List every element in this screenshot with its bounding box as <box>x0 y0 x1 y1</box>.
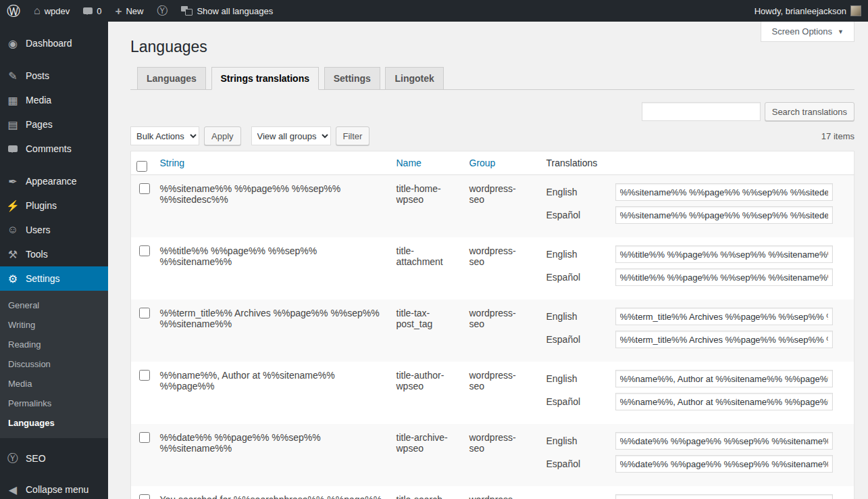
string-cell: %%name%%, Author at %%sitename%% %%page%… <box>153 362 390 424</box>
translation-input-espanol[interactable] <box>615 331 833 348</box>
row-checkbox[interactable] <box>139 245 150 256</box>
column-header-string[interactable]: String <box>153 151 390 175</box>
string-cell: %%title%% %%page%% %%sep%% %%sitename%% <box>153 237 390 300</box>
tab-settings[interactable]: Settings <box>324 67 380 90</box>
table-row: You searched for %%searchphrase%% %%page… <box>131 486 854 499</box>
group-cell: wordpress-seo <box>463 237 533 300</box>
sidebar-item-plugins[interactable]: ⚡ Plugins <box>0 193 108 218</box>
group-cell: wordpress-seo <box>463 300 533 362</box>
submenu-item-media[interactable]: Media <box>0 374 108 394</box>
strings-translations-table: String Name Group Translations %%sitenam… <box>130 151 854 499</box>
column-header-group[interactable]: Group <box>463 151 533 175</box>
collapse-arrow-icon: ◀ <box>6 483 20 496</box>
tab-languages[interactable]: Languages <box>137 67 206 90</box>
string-cell: %%date%% %%page%% %%sep%% %%sitename%% <box>153 424 390 486</box>
wp-logo-menu[interactable]: Ⓦ <box>0 0 27 22</box>
sidebar-item-media[interactable]: ▦ Media <box>0 88 108 112</box>
comments-menu[interactable]: 0 <box>76 0 108 22</box>
sidebar-item-label: Comments <box>26 143 72 154</box>
sidebar-item-label: Appearance <box>26 176 77 187</box>
apply-button[interactable]: Apply <box>204 126 241 145</box>
settings-icon: ⚙ <box>6 272 20 285</box>
site-name-menu[interactable]: ⌂ wpdev <box>27 0 76 22</box>
admin-sidebar: ◉ Dashboard ✎ Posts ▦ Media ▤ Pages Comm… <box>0 22 108 499</box>
menu-separator <box>0 161 108 169</box>
sidebar-item-tools[interactable]: ⚒ Tools <box>0 242 108 266</box>
new-label: New <box>126 6 143 16</box>
translation-input-espanol[interactable] <box>615 206 833 224</box>
translation-language-label: English <box>546 187 615 197</box>
submenu-item-languages[interactable]: Languages <box>0 413 108 433</box>
appearance-icon: ✒ <box>6 175 20 188</box>
tab-strings-translations[interactable]: Strings translations <box>211 67 319 90</box>
tab-lingotek[interactable]: Lingotek <box>385 67 443 90</box>
posts-icon: ✎ <box>6 70 20 82</box>
language-switcher-menu[interactable]: Show all languages <box>174 0 280 22</box>
account-menu[interactable]: Howdy, brianleejackson <box>748 0 868 22</box>
group-cell: wordpress-seo <box>463 486 533 499</box>
bulk-actions-select[interactable]: Bulk Actions <box>130 126 199 145</box>
select-all-checkbox[interactable] <box>136 161 147 172</box>
tab-bar: Languages Strings translations Settings … <box>130 67 854 90</box>
sidebar-item-label: Pages <box>26 119 53 130</box>
row-checkbox[interactable] <box>139 308 150 318</box>
translation-input-english[interactable] <box>615 183 833 201</box>
new-content-menu[interactable]: + New <box>108 0 150 22</box>
translation-input-espanol[interactable] <box>615 455 833 473</box>
plus-icon: + <box>115 5 122 17</box>
translations-cell: English Español <box>533 237 854 300</box>
row-checkbox[interactable] <box>139 183 150 194</box>
table-row: %%term_title%% Archives %%page%% %%sep%%… <box>131 300 854 362</box>
sidebar-item-users[interactable]: ☺ Users <box>0 218 108 242</box>
translation-input-english[interactable] <box>615 432 833 450</box>
translation-icon <box>181 6 193 16</box>
sidebar-item-pages[interactable]: ▤ Pages <box>0 112 108 137</box>
media-icon: ▦ <box>6 94 20 107</box>
row-checkbox[interactable] <box>139 432 150 443</box>
group-filter-select[interactable]: View all groups <box>251 126 331 145</box>
submenu-item-writing[interactable]: Writing <box>0 315 108 335</box>
sidebar-item-settings[interactable]: ⚙ Settings <box>0 266 108 291</box>
site-name-label: wpdev <box>45 6 70 16</box>
name-cell: title-archive-wpseo <box>390 424 463 486</box>
sidebar-item-posts[interactable]: ✎ Posts <box>0 64 108 88</box>
screen-options-button[interactable]: Screen Options ▼ <box>761 22 854 42</box>
row-checkbox[interactable] <box>139 494 150 499</box>
sidebar-item-appearance[interactable]: ✒ Appearance <box>0 169 108 193</box>
translation-input-english[interactable] <box>615 494 833 499</box>
submenu-item-permalinks[interactable]: Permalinks <box>0 394 108 413</box>
submenu-item-reading[interactable]: Reading <box>0 335 108 354</box>
dashboard-icon: ◉ <box>6 37 20 50</box>
submenu-item-discussion[interactable]: Discussion <box>0 354 108 374</box>
show-all-languages-label: Show all languages <box>197 6 273 16</box>
column-header-name[interactable]: Name <box>390 151 463 175</box>
row-checkbox[interactable] <box>139 370 150 381</box>
translation-input-english[interactable] <box>615 370 833 387</box>
translation-language-label: Español <box>546 210 615 220</box>
submenu-item-general[interactable]: General <box>0 295 108 315</box>
sidebar-item-comments[interactable]: Comments <box>0 137 108 161</box>
sidebar-item-label: SEO <box>26 453 46 464</box>
collapse-menu-button[interactable]: ◀ Collapse menu <box>0 477 108 499</box>
yoast-seo-menu[interactable]: Ⓨ <box>150 0 174 22</box>
menu-separator <box>0 438 108 446</box>
translations-cell: English Español <box>533 362 854 424</box>
name-cell: title-author-wpseo <box>390 362 463 424</box>
sidebar-item-seo[interactable]: Ⓨ SEO <box>0 446 108 471</box>
menu-separator <box>0 55 108 64</box>
translation-input-english[interactable] <box>615 308 833 325</box>
search-translations-button[interactable]: Search translations <box>765 102 854 121</box>
howdy-label: Howdy, brianleejackson <box>755 6 846 16</box>
translation-language-label: English <box>546 435 615 446</box>
sidebar-item-dashboard[interactable]: ◉ Dashboard <box>0 31 108 55</box>
string-cell: %%term_title%% Archives %%page%% %%sep%%… <box>153 300 390 362</box>
filter-button[interactable]: Filter <box>336 126 370 145</box>
table-toolbar: Bulk Actions Apply View all groups Filte… <box>130 126 854 145</box>
translations-cell: English Español <box>533 175 854 238</box>
translation-input-espanol[interactable] <box>615 268 833 286</box>
table-row: %%sitename%% %%page%% %%sep%% %%sitedesc… <box>131 175 854 238</box>
settings-submenu: General Writing Reading Discussion Media… <box>0 291 108 438</box>
translation-input-english[interactable] <box>615 245 833 263</box>
translation-input-espanol[interactable] <box>615 393 833 410</box>
search-input[interactable] <box>642 102 761 121</box>
